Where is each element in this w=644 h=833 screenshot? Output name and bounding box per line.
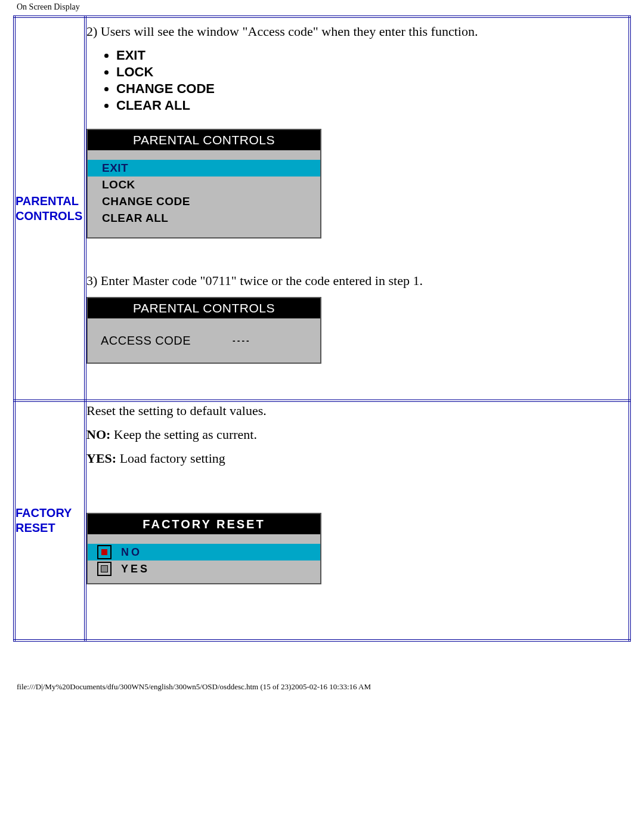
osd-item-clear-all[interactable]: CLEAR ALL [88,210,320,227]
yes-text: Load factory setting [116,451,225,466]
osd-parental-menu: PARENTAL CONTROLS EXIT LOCK CHANGE CODE … [86,129,321,239]
no-text: Keep the setting as current. [110,427,257,442]
label-parental-line1: PARENTAL [16,194,79,208]
step2-text: 2) Users will see the window "Access cod… [86,24,628,39]
list-item: CHANGE CODE [116,81,628,97]
option-list: EXIT LOCK CHANGE CODE CLEAR ALL [116,48,628,113]
option-exit: EXIT [116,48,145,63]
osd-item-no-label: NO [121,546,142,559]
page-footer: file:///D|/My%20Documents/dfu/300WN5/eng… [0,642,644,706]
factory-no-line: NO: Keep the setting as current. [86,427,628,442]
option-lock: LOCK [116,64,153,79]
osd-title: PARENTAL CONTROLS [88,298,320,318]
step3-text: 3) Enter Master code "0711" twice or the… [86,273,628,289]
osd-item-lock[interactable]: LOCK [88,176,320,193]
osd-title: FACTORY RESET [88,514,320,534]
osd-body: EXIT LOCK CHANGE CODE CLEAR ALL [88,150,320,237]
section-label-parental: PARENTAL CONTROLS [16,194,84,224]
osd-item-no[interactable]: NO [88,544,320,561]
content-table: PARENTAL CONTROLS 2) Users will see the … [13,16,631,642]
right-cell-parental: 2) Users will see the window "Access cod… [85,17,630,401]
osd-title: PARENTAL CONTROLS [88,130,320,150]
access-code-label: ACCESS CODE [101,334,191,348]
row-factory-reset: FACTORY RESET Reset the setting to defau… [14,401,630,640]
no-label: NO: [86,427,110,442]
right-cell-factory: Reset the setting to default values. NO:… [85,401,630,640]
label-factory-line2: RESET [16,521,55,534]
osd-access-row: ACCESS CODE ---- [88,318,320,363]
checkbox-selected-icon [97,545,112,559]
factory-intro: Reset the setting to default values. [86,403,628,419]
row-parental-controls: PARENTAL CONTROLS 2) Users will see the … [14,17,630,401]
osd-gap [88,150,320,160]
osd-parental-access: PARENTAL CONTROLS ACCESS CODE ---- [86,297,321,364]
osd-item-yes-label: YES [121,563,150,575]
factory-yes-line: YES: Load factory setting [86,451,628,466]
option-change-code: CHANGE CODE [116,81,215,96]
osd-item-exit[interactable]: EXIT [88,160,320,176]
osd-item-change-code[interactable]: CHANGE CODE [88,193,320,210]
osd-factory-reset: FACTORY RESET NO YES [86,513,321,584]
list-item: EXIT [116,48,628,63]
option-clear-all: CLEAR ALL [116,98,190,113]
page-header: On Screen Display [0,0,644,16]
osd-body: NO YES [88,534,320,583]
osd-gap [88,534,320,544]
left-cell-factory: FACTORY RESET [14,401,85,640]
access-code-value[interactable]: ---- [233,336,251,345]
label-factory-line1: FACTORY [16,506,72,519]
checkbox-unselected-icon [97,562,112,576]
section-label-factory: FACTORY RESET [16,506,84,535]
left-cell-parental: PARENTAL CONTROLS [14,17,85,401]
list-item: CLEAR ALL [116,98,628,113]
osd-pad [88,227,320,237]
osd-item-yes[interactable]: YES [88,561,320,577]
list-item: LOCK [116,64,628,80]
yes-label: YES: [86,451,116,466]
label-parental-line2: CONTROLS [16,209,82,222]
